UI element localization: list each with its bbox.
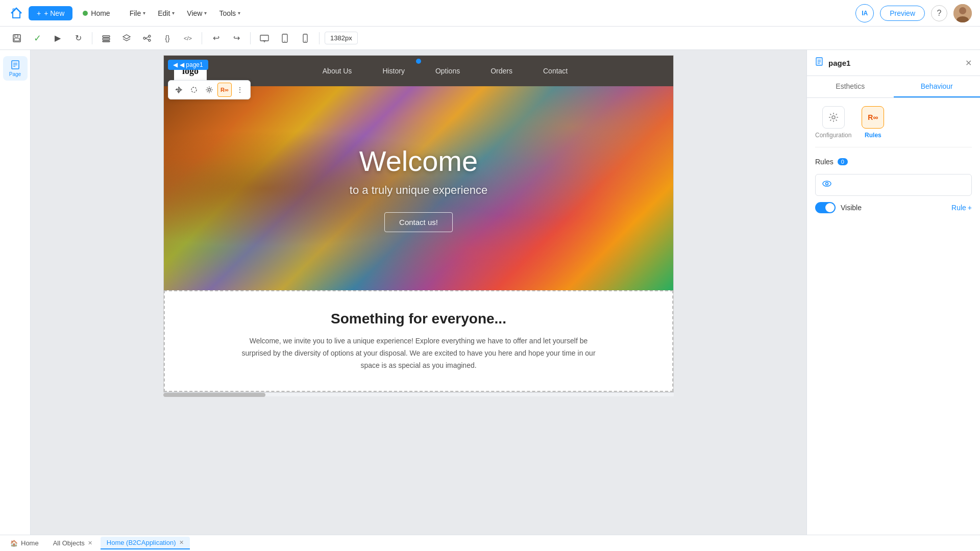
help-button[interactable]: ? [931,5,947,21]
floating-element-toolbar: R∞ ⋮ [168,80,251,99]
tools-menu[interactable]: Tools ▾ [214,6,246,20]
panel-title: page1 [828,59,850,67]
tools-label: Tools [219,9,236,17]
html-button[interactable]: </> [179,30,197,47]
menu-bar: File ▾ Edit ▾ View ▾ Tools ▾ [125,6,246,20]
bottom-tab-bar: 🏠 Home All Objects ✕ Home (B2CApplicatio… [0,535,980,551]
ft-rules-btn[interactable]: R∞ [217,83,232,97]
top-right-actions: IA Preview ? [855,4,972,22]
visible-toggle[interactable] [815,202,836,213]
refresh-button[interactable]: ↻ [69,30,87,47]
home-status-dot [83,11,88,16]
view-label: View [187,9,202,17]
edit-label: Edit [158,9,170,17]
visible-label: Visible [841,204,862,212]
panel-close-btn[interactable]: ✕ [965,58,972,68]
config-section[interactable]: Configuration [815,106,851,139]
tab-esthetics[interactable]: Esthetics [807,76,894,97]
code-button[interactable]: {} [159,30,176,47]
hero-section: Welcome to a truly unique experience Con… [164,86,673,290]
page-badge-label: ◀ page1 [180,61,203,68]
file-menu[interactable]: File ▾ [125,6,151,20]
eye-icon [822,179,832,191]
user-avatar[interactable] [953,4,972,22]
main-layout: Page ◀ ◀ page1 [0,50,980,535]
rules-count-badge: 0 [838,158,848,165]
ia-button[interactable]: IA [855,4,874,22]
edit-menu[interactable]: Edit ▾ [153,6,180,20]
view-menu[interactable]: View ▾ [182,6,212,20]
nav-link-orders[interactable]: Orders [491,67,512,75]
svg-line-13 [145,37,149,38]
home-label: Home [91,9,110,17]
svg-point-12 [149,39,151,41]
redo-button[interactable]: ↪ [228,30,245,47]
toolbar-separator-4 [319,32,320,44]
hero-cta-button[interactable]: Contact us! [384,212,453,232]
btab-home-b2c-label: Home (B2CApplication) [107,539,176,546]
sidebar-page-label: Page [9,71,21,77]
svg-point-33 [823,181,831,186]
ft-rotate-btn[interactable] [187,83,201,97]
check-button[interactable]: ✓ [29,30,46,47]
visible-toggle-row: Visible Rule + [815,202,972,213]
btab-home-b2c-close[interactable]: ✕ [179,539,184,546]
add-rule-button[interactable]: Rule + [951,204,972,212]
tab-behaviour[interactable]: Behaviour [894,76,981,97]
svg-line-14 [145,38,149,40]
new-button[interactable]: + + New [29,6,72,20]
plus-icon: + [37,9,41,17]
home-tab-icon: 🏠 [10,540,18,547]
tools-arrow-icon: ▾ [238,10,240,16]
edit-arrow-icon: ▾ [172,10,175,16]
site-nav-links: About Us History Options Orders Contact [227,67,663,75]
nodes-button[interactable] [138,30,156,47]
svg-point-0 [12,8,15,11]
desktop-view-button[interactable] [256,30,273,47]
visibility-eye-row [815,174,972,196]
btab-home-b2c[interactable]: Home (B2CApplication) ✕ [101,537,190,549]
hero-subtitle: to a truly unique experience [350,184,487,197]
content-text: Welcome, we invite you to live a unique … [240,335,597,371]
btab-home[interactable]: 🏠 Home [4,537,45,549]
btab-all-objects[interactable]: All Objects ✕ [47,537,99,549]
btab-all-objects-close[interactable]: ✕ [88,540,92,546]
app-logo-icon[interactable] [8,5,24,21]
stack-button[interactable] [118,30,135,47]
slider-dot-top[interactable] [416,59,421,64]
page-badge-arrow: ◀ [173,61,178,68]
undo-button[interactable]: ↩ [207,30,225,47]
nav-link-contact[interactable]: Contact [543,67,568,75]
nav-link-history[interactable]: History [382,67,405,75]
sidebar-item-page[interactable]: Page [3,56,28,81]
panel-tabs: Esthetics Behaviour [807,76,980,98]
panel-content: Configuration R∞ Rules Rules 0 [807,98,980,535]
nav-link-about[interactable]: About Us [323,67,352,75]
scrollbar-thumb[interactable] [163,393,265,397]
layers-button[interactable] [97,30,115,47]
canvas-area: ◀ ◀ page1 [31,50,806,535]
save-button[interactable] [8,30,26,47]
left-sidebar: Page [0,50,31,535]
nav-link-options[interactable]: Options [435,67,460,75]
play-button[interactable]: ▶ [49,30,66,47]
svg-point-10 [143,37,145,39]
rules-icon: R∞ [862,106,884,129]
toolbar-separator-1 [92,32,92,44]
preview-button[interactable]: Preview [880,6,925,21]
btab-home-label: Home [21,539,39,547]
svg-rect-9 [103,41,110,42]
ft-settings-btn[interactable] [202,83,216,97]
horizontal-scrollbar[interactable] [163,392,674,396]
mobile-view-button[interactable] [297,30,314,47]
panel-page-icon [815,57,824,68]
content-title: Something for everyone... [205,311,632,327]
tablet-view-button[interactable] [276,30,293,47]
rules-label: Rules [865,132,881,139]
rules-section-icon[interactable]: R∞ Rules [862,106,884,139]
home-tab[interactable]: Home [77,6,116,20]
ft-move-btn[interactable] [172,83,186,97]
page-badge[interactable]: ◀ ◀ page1 [168,60,208,70]
ft-more-btn[interactable]: ⋮ [233,83,247,97]
canvas-wrapper: ◀ ◀ page1 [163,55,674,396]
